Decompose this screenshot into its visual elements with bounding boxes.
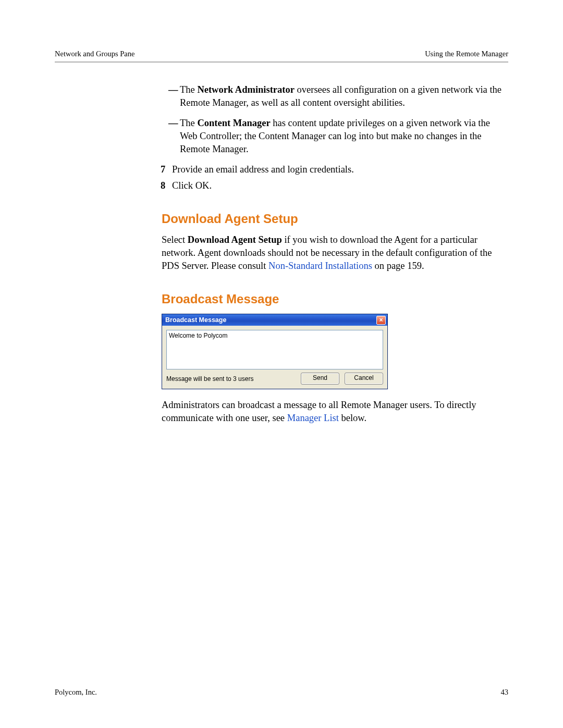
dialog-titlebar[interactable]: Broadcast Message × [162,314,387,326]
text-segment: The [180,118,197,128]
text-segment: on page 159. [372,261,424,271]
page-number: 43 [501,688,509,697]
cross-reference-link[interactable]: Manager List [287,413,339,423]
close-button[interactable]: × [376,316,386,325]
dash-icon: — [168,83,178,96]
sub-bullet-content-manager: — The Content Manager has content update… [180,117,508,156]
paragraph: Select Download Agent Setup if you wish … [162,233,508,273]
bold-term: Download Agent Setup [188,235,282,245]
body-content: — The Network Administrator oversees all… [162,83,508,425]
sub-bullet-network-admin: — The Network Administrator oversees all… [180,83,508,109]
bold-term: Network Administrator [197,84,295,95]
running-footer: Polycom, Inc. 43 [55,688,508,697]
cancel-button[interactable]: Cancel [345,373,383,385]
document-page: Network and Groups Pane Using the Remote… [0,0,563,728]
header-right: Using the Remote Manager [425,50,508,58]
send-button[interactable]: Send [301,373,339,385]
header-left: Network and Groups Pane [55,50,134,58]
broadcast-message-dialog: Broadcast Message × Welcome to Polycom M… [162,314,388,389]
text-segment: below. [339,413,366,423]
message-textarea[interactable]: Welcome to Polycom [166,330,383,369]
dialog-title: Broadcast Message [165,316,226,325]
step-number: 8 [161,179,165,192]
step-number: 7 [161,163,165,176]
step-8: 8 Click OK. [172,179,508,192]
paragraph: Administrators can broadcast a message t… [162,399,508,425]
footer-left: Polycom, Inc. [55,688,97,697]
close-icon: × [379,316,383,324]
text-segment: Select [162,235,188,245]
heading-download-agent-setup: Download Agent Setup [162,211,508,227]
heading-broadcast-message: Broadcast Message [162,291,508,307]
step-7: 7 Provide an email address and login cre… [172,163,508,176]
step-text: Click OK. [172,180,212,191]
dialog-body: Welcome to Polycom Message will be sent … [162,326,387,389]
text-segment: The [180,84,197,95]
status-text: Message will be sent to 3 users [166,375,296,383]
bold-term: Content Manager [197,118,270,128]
step-text: Provide an email address and login crede… [172,164,354,175]
dash-icon: — [168,117,178,130]
dialog-footer: Message will be sent to 3 users Send Can… [166,373,383,385]
running-header: Network and Groups Pane Using the Remote… [55,50,508,63]
cross-reference-link[interactable]: Non-Standard Installations [268,261,372,271]
